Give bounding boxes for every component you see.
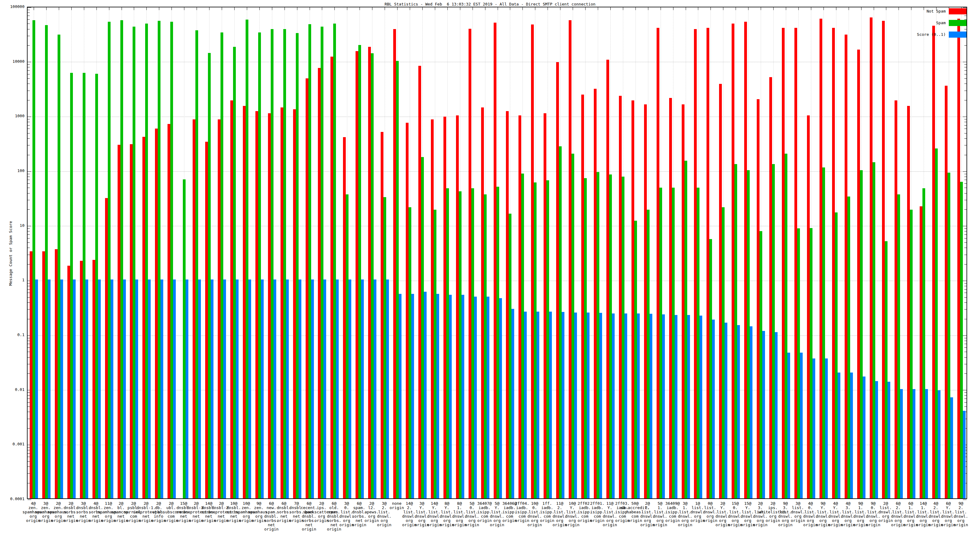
bar-spam [496,187,499,499]
bar-spam [108,22,111,499]
bar-not-spam [469,29,471,499]
bar-spam [208,53,211,499]
bar-not-spam [644,105,647,499]
bar-score [800,353,803,499]
y-minor-tick [964,319,967,319]
bar-not-spam [782,28,784,499]
y-minor-tick [964,74,967,75]
bar-spam [622,176,624,499]
y-minor-tick [964,392,967,393]
legend-row: Spam [917,20,967,26]
y-minor-tick [27,248,30,248]
bar-score [411,294,414,499]
bar-score [888,382,890,499]
y-tick [27,500,31,500]
bar-spam [196,30,198,499]
bar-not-spam [556,62,559,499]
bar-not-spam [431,119,434,499]
x-tick [272,7,272,10]
bar-spam [95,74,98,499]
y-minor-tick [27,428,30,429]
bar-spam [810,228,813,499]
bar-spam [546,180,549,499]
y-minor-tick [27,457,30,457]
bar-spam [70,73,73,499]
bar-score [925,389,928,499]
bar-score [900,389,903,499]
x-tick [547,7,548,10]
bar-not-spam [255,111,258,499]
x-tick [598,7,598,10]
y-minor-tick [27,91,30,91]
bar-score [48,279,51,499]
bar-not-spam [481,108,484,499]
bar-not-spam [669,98,672,499]
bar-score [374,279,376,499]
x-tick [285,7,285,10]
bar-spam [948,173,950,499]
bar-score [86,279,88,499]
y-minor-tick [27,399,30,399]
bar-not-spam [544,113,546,499]
bar-score [737,325,740,499]
bar-not-spam [957,19,960,499]
y-tick [963,7,967,8]
bar-score [236,279,239,499]
bar-not-spam [581,95,584,499]
bar-score [348,279,351,499]
bar-spam [734,164,737,499]
bar-score [536,311,539,499]
y-minor-tick [27,373,30,374]
y-tick [963,500,967,500]
y-minor-tick [964,100,967,100]
y-minor-tick [964,64,967,65]
y-minor-tick [27,183,30,184]
y-minor-tick [964,78,967,79]
y-tick [27,171,31,172]
bar-score [750,326,752,499]
x-tick [297,7,298,10]
y-minor-tick [964,309,967,310]
bar-spam [634,221,637,499]
y-minor-tick [964,91,967,91]
bar-not-spam [606,60,609,499]
bar-spam [571,154,574,499]
y-minor-tick [27,483,30,483]
legend-row: Score (0..1) [917,31,967,38]
bar-not-spam [80,261,83,499]
bar-spam [321,27,323,499]
bar-not-spam [519,115,521,499]
bar-score [562,312,565,499]
x-tick [660,7,661,10]
bar-score [775,332,778,499]
y-minor-tick [27,461,30,462]
y-minor-tick [27,174,30,174]
y-minor-tick [27,10,30,10]
bar-spam [684,161,687,499]
bar-score [311,279,314,499]
gridline [27,117,967,117]
y-minor-tick [964,395,967,395]
x-tick [585,7,585,10]
bar-score [111,279,113,499]
bar-spam [296,33,299,499]
bar-not-spam [657,28,659,499]
y-minor-tick [27,187,30,188]
y-minor-tick [964,248,967,248]
x-tick [197,7,197,10]
y-minor-tick [27,24,30,24]
y-tick [963,281,967,281]
x-tick-label-line: origin [937,523,980,527]
x-tick-label-line: org [937,519,980,523]
y-tick [27,226,31,226]
y-minor-tick [27,407,30,407]
y-minor-tick [964,122,967,122]
bar-not-spam [531,24,534,499]
y-minor-tick [27,453,30,454]
bar-score [637,313,640,499]
y-minor-tick [964,338,967,338]
bar-spam [822,167,825,499]
bar-not-spam [870,17,872,499]
bar-not-spam [192,119,196,499]
y-minor-tick [964,286,967,286]
